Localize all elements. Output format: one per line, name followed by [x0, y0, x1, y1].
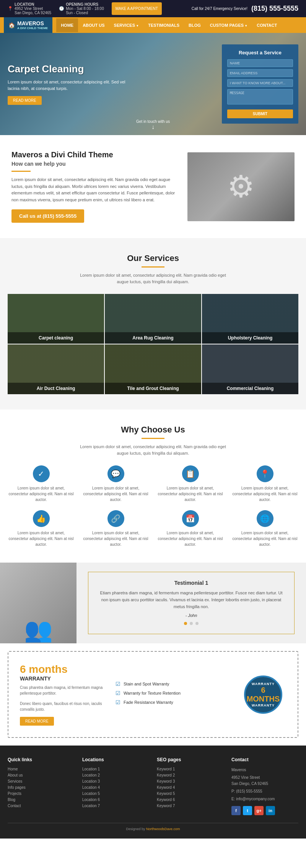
location-icon: 📍 [8, 6, 13, 11]
services-grid: Carpet cleaning Area Rug Cleaning Uphols… [8, 294, 298, 394]
service-card-upholstery[interactable]: Upholstery Cleaning [202, 294, 298, 344]
seo-title: SEO pages [157, 757, 224, 762]
logo-name: MAVEROS [17, 20, 44, 26]
nav-contact[interactable]: CONTACT [252, 18, 282, 32]
service-card-tile[interactable]: Tile and Grout Cleaning [105, 344, 201, 394]
testimonial-image: 👥 [0, 563, 76, 643]
badge-warranty-text: WARRANTY [252, 682, 275, 686]
services-description: Lorem ipsum dolor sit amet, consectetur … [76, 272, 230, 285]
testimonial-section: 👥 Testimonial 1 Etiam pharetra diam magn… [0, 563, 306, 643]
footer-seo-7[interactable]: Keyword 7 [157, 804, 224, 808]
footer-link-home[interactable]: Home [8, 767, 75, 771]
nav-blog[interactable]: BLOG [184, 18, 205, 32]
feature-item: 📍 Lorem ipsum dolor sit amet, consectetu… [231, 465, 298, 503]
footer-seo-6[interactable]: Keyword 6 [157, 798, 224, 802]
feature-icon-check: ✓ [33, 465, 50, 482]
contact-title: Contact [231, 757, 298, 762]
facebook-button[interactable]: f [231, 806, 241, 815]
footer-link-projects[interactable]: Projects [8, 791, 75, 796]
warranty-read-more-button[interactable]: READ MORE [20, 717, 54, 726]
form-message-input[interactable] [227, 89, 293, 104]
nav-items: HOME ABOUT US SERVICES TESTIMONIALS BLOG… [56, 18, 282, 32]
warranty-middle: ☑ Stain and Spot Warranty ☑ Warranty for… [116, 681, 229, 708]
why-divider [142, 438, 164, 439]
footer-designer-link[interactable]: NorthwoodsDave.com [146, 827, 180, 831]
footer-location-4[interactable]: Location 4 [82, 785, 149, 790]
feature-text: Lorem ipsum dolor sit amet, consectetur … [231, 485, 298, 503]
feature-icon-pin: 📍 [257, 465, 273, 482]
feature-icon-chat: 💬 [107, 465, 124, 482]
nav-home[interactable]: HOME [56, 18, 78, 32]
dot-1[interactable] [184, 622, 187, 625]
footer-location-2[interactable]: Location 2 [82, 773, 149, 777]
feature-text: Lorem ipsum dolor sit amet, consectetur … [82, 530, 149, 547]
nav-testimonials[interactable]: TESTIMONIALS [143, 18, 184, 32]
service-card-area-rug[interactable]: Area Rug Cleaning [105, 294, 201, 344]
footer-link-services[interactable]: Services [8, 779, 75, 783]
feature-item: 👍 Lorem ipsum dolor sit amet, consectetu… [8, 510, 75, 547]
service-card-air-duct[interactable]: Air Duct Cleaning [8, 344, 104, 394]
arrow-down-icon: ↓ [136, 124, 170, 131]
footer-location-1[interactable]: Location 1 [82, 767, 149, 771]
why-header: Why Choose Us Lorem ipsum dolor sit amet… [8, 425, 298, 456]
testimonial-box: Testimonial 1 Etiam pharetra diam magna,… [88, 572, 295, 634]
twitter-button[interactable]: t [243, 806, 252, 815]
footer-link-info[interactable]: Info pages [8, 785, 75, 790]
machine-icon: ⚙ [227, 169, 255, 204]
about-image: ⚙ [187, 152, 295, 221]
footer-location-6[interactable]: Location 6 [82, 798, 149, 802]
badge-circle: WARRANTY 6 MONTHS WARRANTY [244, 675, 282, 714]
service-card-commercial[interactable]: Commercial Cleaning [202, 344, 298, 394]
form-name-input[interactable] [227, 59, 293, 67]
form-info-input[interactable] [227, 79, 293, 87]
hero-text: Lorem ipsum dolor sit amet, consectetur … [8, 79, 138, 91]
footer-seo-1[interactable]: Keyword 1 [157, 767, 224, 771]
warranty-badge: WARRANTY 6 MONTHS WARRANTY [240, 675, 286, 714]
footer-seo: SEO pages Keyword 1 Keyword 2 Keyword 3 … [157, 757, 224, 815]
linkedin-button[interactable]: in [266, 806, 275, 815]
footer-link-about[interactable]: About us [8, 773, 75, 777]
feature-item: 💬 Lorem ipsum dolor sit amet, consectetu… [82, 465, 149, 503]
why-description: Lorem ipsum dolor sit amet, consectetur … [76, 444, 230, 456]
footer-seo-2[interactable]: Keyword 2 [157, 773, 224, 777]
googleplus-button[interactable]: g+ [254, 806, 264, 815]
call-button[interactable]: Call us at (815) 555-5555 [11, 209, 84, 223]
services-title: Our Services [8, 253, 298, 263]
footer-location-3[interactable]: Location 3 [82, 779, 149, 783]
feature-item: 📋 Lorem ipsum dolor sit amet, consectetu… [157, 465, 224, 503]
read-more-button[interactable]: READ MORE [8, 96, 42, 105]
footer-seo-4[interactable]: Keyword 4 [157, 785, 224, 790]
feature-item: 🔗 Lorem ipsum dolor sit amet, consectetu… [82, 510, 149, 547]
location-value: 4952 Vine StreetSan Diego, CA 92465 [15, 7, 51, 15]
nav-services[interactable]: SERVICES [109, 18, 144, 32]
warranty-item-1: ☑ Stain and Spot Warranty [116, 681, 229, 687]
footer-seo-3[interactable]: Keyword 3 [157, 779, 224, 783]
contact-email: E: info@mycompany.com [231, 796, 298, 802]
dot-3[interactable] [195, 622, 199, 625]
phone-number: (815) 555-5555 [251, 5, 298, 13]
form-submit-button[interactable]: SUBMIT [227, 109, 293, 118]
feature-icon-clipboard: 📋 [182, 465, 199, 482]
about-text: Lorem ipsum dolor sit amet, consectetur … [11, 176, 180, 203]
service-card-label: Upholstery Cleaning [202, 332, 298, 344]
nav-about[interactable]: ABOUT US [78, 18, 109, 32]
footer-location-7[interactable]: Location 7 [82, 804, 149, 808]
footer-link-blog[interactable]: Blog [8, 798, 75, 802]
appointment-button[interactable]: MAKE A APPOINTMENT [112, 2, 162, 15]
footer-locations: Locations Location 1 Location 2 Location… [82, 757, 149, 815]
contact-phone: P: (815) 555-5555 [231, 788, 298, 795]
nav-custom-pages[interactable]: CUSTOM PAGES [205, 18, 252, 32]
testimonial-content: Testimonial 1 Etiam pharetra diam magna,… [76, 563, 306, 643]
footer-seo-5[interactable]: Keyword 5 [157, 791, 224, 796]
warranty-left: 6 months WARRANTY Cras pharetra diam mag… [20, 663, 104, 726]
footer-location-5[interactable]: Location 5 [82, 791, 149, 796]
footer-link-contact[interactable]: Contact [8, 804, 75, 808]
hero-form: Request a Service SUBMIT [222, 44, 298, 124]
dot-2[interactable] [190, 622, 193, 625]
feature-item: 📅 Lorem ipsum dolor sit amet, consectetu… [157, 510, 224, 547]
logo-icon: 🏠 [8, 22, 15, 28]
feature-item: 🌐 Lorem ipsum dolor sit amet, consectetu… [231, 510, 298, 547]
service-card-carpet[interactable]: Carpet cleaning [8, 294, 104, 344]
form-email-input[interactable] [227, 69, 293, 77]
warranty-item-label-2: Warranty for Texture Retention [124, 691, 181, 695]
